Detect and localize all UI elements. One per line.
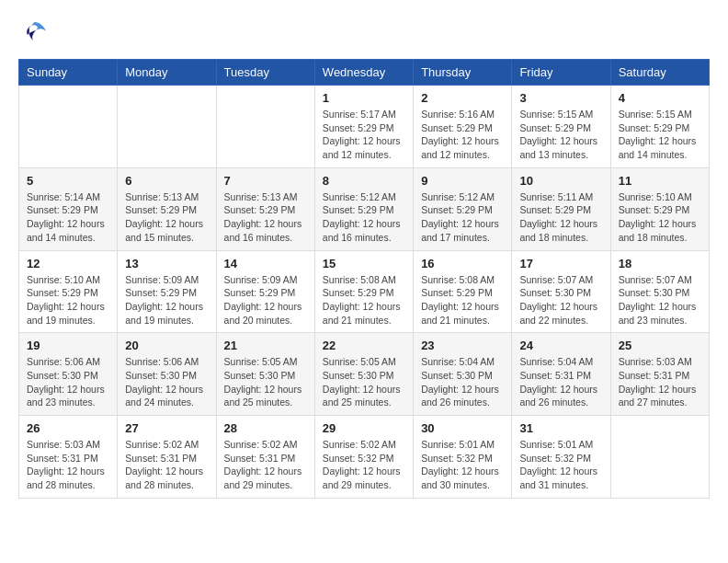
day-info: Sunrise: 5:02 AMSunset: 5:31 PMDaylight:…: [224, 438, 307, 492]
calendar-cell: 25Sunrise: 5:03 AMSunset: 5:31 PMDayligh…: [610, 333, 709, 416]
calendar-cell: 2Sunrise: 5:16 AMSunset: 5:29 PMDaylight…: [414, 86, 512, 168]
day-of-week-header: Sunday: [19, 60, 118, 86]
calendar-cell: 7Sunrise: 5:13 AMSunset: 5:29 PMDaylight…: [216, 167, 314, 250]
day-info: Sunrise: 5:02 AMSunset: 5:32 PMDaylight:…: [323, 438, 405, 492]
day-number: 12: [27, 257, 109, 270]
day-info: Sunrise: 5:13 AMSunset: 5:29 PMDaylight:…: [224, 190, 307, 245]
day-info: Sunrise: 5:16 AMSunset: 5:29 PMDaylight:…: [421, 108, 504, 162]
day-number: 21: [224, 339, 307, 352]
page-header: [18, 18, 710, 44]
calendar-cell: 31Sunrise: 5:01 AMSunset: 5:32 PMDayligh…: [512, 416, 610, 499]
day-number: 14: [224, 257, 307, 270]
day-of-week-header: Tuesday: [216, 60, 314, 86]
day-info: Sunrise: 5:12 AMSunset: 5:29 PMDaylight:…: [421, 190, 504, 245]
calendar-cell: [216, 86, 314, 168]
day-number: 30: [421, 421, 504, 435]
day-number: 6: [125, 174, 208, 188]
day-info: Sunrise: 5:13 AMSunset: 5:29 PMDaylight:…: [125, 190, 208, 245]
day-info: Sunrise: 5:09 AMSunset: 5:29 PMDaylight:…: [224, 273, 307, 327]
calendar-cell: 30Sunrise: 5:01 AMSunset: 5:32 PMDayligh…: [414, 416, 512, 499]
calendar-cell: 18Sunrise: 5:07 AMSunset: 5:30 PMDayligh…: [610, 250, 709, 333]
day-number: 8: [323, 174, 405, 188]
day-of-week-header: Friday: [512, 60, 610, 86]
day-info: Sunrise: 5:06 AMSunset: 5:30 PMDaylight:…: [27, 355, 109, 409]
calendar-cell: 6Sunrise: 5:13 AMSunset: 5:29 PMDaylight…: [118, 167, 216, 250]
day-info: Sunrise: 5:12 AMSunset: 5:29 PMDaylight:…: [323, 190, 405, 245]
day-info: Sunrise: 5:07 AMSunset: 5:30 PMDaylight:…: [519, 273, 602, 327]
calendar-week-row: 26Sunrise: 5:03 AMSunset: 5:31 PMDayligh…: [19, 416, 710, 499]
day-number: 24: [519, 339, 602, 352]
calendar-cell: 19Sunrise: 5:06 AMSunset: 5:30 PMDayligh…: [19, 333, 118, 416]
day-info: Sunrise: 5:03 AMSunset: 5:31 PMDaylight:…: [619, 355, 701, 409]
calendar-table: SundayMondayTuesdayWednesdayThursdayFrid…: [18, 59, 710, 499]
calendar-cell: 22Sunrise: 5:05 AMSunset: 5:30 PMDayligh…: [314, 333, 413, 416]
day-info: Sunrise: 5:17 AMSunset: 5:29 PMDaylight:…: [323, 108, 405, 162]
day-number: 3: [519, 91, 602, 105]
day-info: Sunrise: 5:05 AMSunset: 5:30 PMDaylight:…: [323, 355, 405, 409]
day-number: 17: [519, 257, 602, 270]
day-info: Sunrise: 5:04 AMSunset: 5:31 PMDaylight:…: [519, 355, 602, 409]
day-number: 5: [27, 174, 109, 188]
day-number: 29: [323, 421, 405, 435]
day-number: 31: [519, 421, 602, 435]
calendar-cell: 1Sunrise: 5:17 AMSunset: 5:29 PMDaylight…: [314, 86, 413, 168]
calendar-cell: [118, 86, 216, 168]
calendar-cell: 26Sunrise: 5:03 AMSunset: 5:31 PMDayligh…: [19, 416, 118, 499]
calendar-cell: 29Sunrise: 5:02 AMSunset: 5:32 PMDayligh…: [314, 416, 413, 499]
day-info: Sunrise: 5:02 AMSunset: 5:31 PMDaylight:…: [125, 438, 208, 492]
day-info: Sunrise: 5:07 AMSunset: 5:30 PMDaylight:…: [619, 273, 701, 327]
day-info: Sunrise: 5:04 AMSunset: 5:30 PMDaylight:…: [421, 355, 504, 409]
calendar-cell: 12Sunrise: 5:10 AMSunset: 5:29 PMDayligh…: [19, 250, 118, 333]
calendar-cell: 13Sunrise: 5:09 AMSunset: 5:29 PMDayligh…: [118, 250, 216, 333]
day-info: Sunrise: 5:11 AMSunset: 5:29 PMDaylight:…: [519, 190, 602, 245]
calendar-cell: 23Sunrise: 5:04 AMSunset: 5:30 PMDayligh…: [414, 333, 512, 416]
calendar-cell: 15Sunrise: 5:08 AMSunset: 5:29 PMDayligh…: [314, 250, 413, 333]
day-number: 23: [421, 339, 504, 352]
calendar-cell: [19, 86, 118, 168]
day-number: 25: [619, 339, 701, 352]
calendar-cell: 4Sunrise: 5:15 AMSunset: 5:29 PMDaylight…: [610, 86, 709, 168]
day-info: Sunrise: 5:08 AMSunset: 5:29 PMDaylight:…: [421, 273, 504, 327]
calendar-cell: 21Sunrise: 5:05 AMSunset: 5:30 PMDayligh…: [216, 333, 314, 416]
calendar-cell: 20Sunrise: 5:06 AMSunset: 5:30 PMDayligh…: [118, 333, 216, 416]
day-number: 22: [323, 339, 405, 352]
day-of-week-header: Wednesday: [314, 60, 413, 86]
day-number: 27: [125, 421, 208, 435]
day-number: 19: [27, 339, 109, 352]
day-info: Sunrise: 5:15 AMSunset: 5:29 PMDaylight:…: [519, 108, 602, 162]
day-info: Sunrise: 5:10 AMSunset: 5:29 PMDaylight:…: [27, 273, 109, 327]
calendar-cell: 17Sunrise: 5:07 AMSunset: 5:30 PMDayligh…: [512, 250, 610, 333]
calendar-week-row: 19Sunrise: 5:06 AMSunset: 5:30 PMDayligh…: [19, 333, 710, 416]
day-info: Sunrise: 5:03 AMSunset: 5:31 PMDaylight:…: [27, 438, 109, 492]
calendar-cell: 5Sunrise: 5:14 AMSunset: 5:29 PMDaylight…: [19, 167, 118, 250]
day-number: 15: [323, 257, 405, 270]
calendar-cell: [610, 416, 709, 499]
day-info: Sunrise: 5:14 AMSunset: 5:29 PMDaylight:…: [27, 190, 109, 245]
day-info: Sunrise: 5:08 AMSunset: 5:29 PMDaylight:…: [323, 273, 405, 327]
day-number: 4: [619, 91, 701, 105]
calendar-cell: 27Sunrise: 5:02 AMSunset: 5:31 PMDayligh…: [118, 416, 216, 499]
day-number: 9: [421, 174, 504, 188]
day-number: 10: [519, 174, 602, 188]
day-number: 7: [224, 174, 307, 188]
day-number: 2: [421, 91, 504, 105]
logo-bird-icon: [22, 18, 48, 44]
calendar-cell: 14Sunrise: 5:09 AMSunset: 5:29 PMDayligh…: [216, 250, 314, 333]
day-info: Sunrise: 5:05 AMSunset: 5:30 PMDaylight:…: [224, 355, 307, 409]
day-of-week-header: Thursday: [414, 60, 512, 86]
calendar-week-row: 5Sunrise: 5:14 AMSunset: 5:29 PMDaylight…: [19, 167, 710, 250]
logo: [18, 18, 48, 44]
day-number: 1: [323, 91, 405, 105]
day-number: 20: [125, 339, 208, 352]
calendar-cell: 28Sunrise: 5:02 AMSunset: 5:31 PMDayligh…: [216, 416, 314, 499]
day-info: Sunrise: 5:06 AMSunset: 5:30 PMDaylight:…: [125, 355, 208, 409]
day-number: 11: [619, 174, 701, 188]
calendar-cell: 11Sunrise: 5:10 AMSunset: 5:29 PMDayligh…: [610, 167, 709, 250]
calendar-cell: 9Sunrise: 5:12 AMSunset: 5:29 PMDaylight…: [414, 167, 512, 250]
calendar-header-row: SundayMondayTuesdayWednesdayThursdayFrid…: [19, 60, 710, 86]
day-number: 16: [421, 257, 504, 270]
calendar-cell: 24Sunrise: 5:04 AMSunset: 5:31 PMDayligh…: [512, 333, 610, 416]
day-number: 26: [27, 421, 109, 435]
day-info: Sunrise: 5:09 AMSunset: 5:29 PMDaylight:…: [125, 273, 208, 327]
day-number: 13: [125, 257, 208, 270]
